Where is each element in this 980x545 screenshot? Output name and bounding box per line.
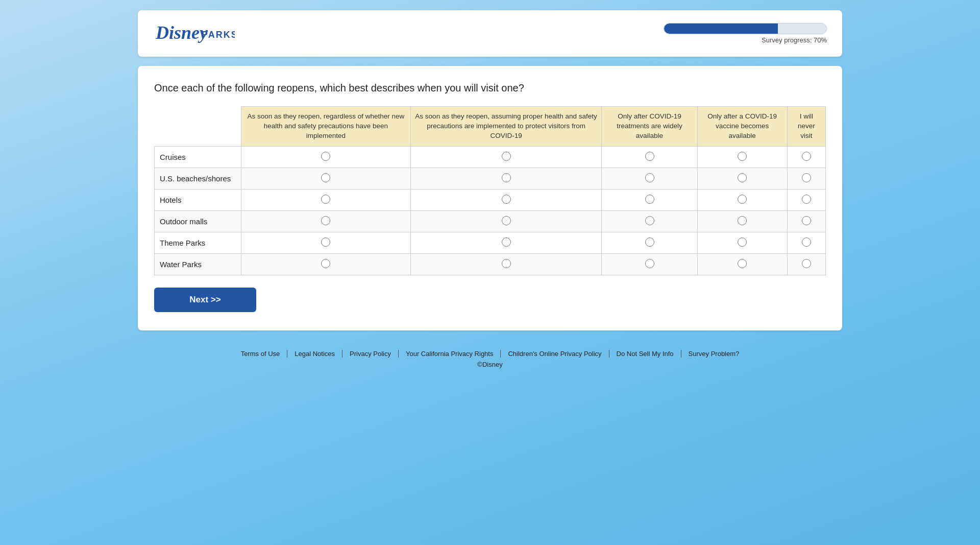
radio-beaches-asap-no[interactable] <box>321 173 330 182</box>
radio-cell[interactable] <box>241 189 411 210</box>
radio-cell[interactable] <box>602 210 697 232</box>
radio-beaches-treatments[interactable] <box>645 173 654 182</box>
radio-malls-vaccine[interactable] <box>738 216 747 225</box>
progress-label: Survey progress: 70% <box>762 36 827 44</box>
radio-hotels-vaccine[interactable] <box>738 195 747 204</box>
col-header-asap-with-precautions: As soon as they reopen, assuming proper … <box>410 107 602 147</box>
table-row: Water Parks <box>155 253 826 275</box>
radio-hotels-asap-no[interactable] <box>321 195 330 204</box>
question-text: Once each of the following reopens, whic… <box>154 82 826 94</box>
footer-links: Terms of Use Legal Notices Privacy Polic… <box>138 350 842 358</box>
footer-link-do-not-sell[interactable]: Do Not Sell My Info <box>609 350 681 358</box>
radio-cruises-never[interactable] <box>802 152 811 161</box>
footer-link-terms[interactable]: Terms of Use <box>234 350 288 358</box>
footer: Terms of Use Legal Notices Privacy Polic… <box>138 340 842 373</box>
radio-cell[interactable] <box>241 168 411 189</box>
col-header-after-vaccine: Only after a COVID-19 vaccine becomes av… <box>697 107 787 147</box>
empty-header <box>155 107 241 147</box>
radio-theme-asap-yes[interactable] <box>502 238 511 247</box>
radio-water-asap-no[interactable] <box>321 259 330 268</box>
table-header-row: As soon as they reopen, regardless of wh… <box>155 107 826 147</box>
radio-water-vaccine[interactable] <box>738 259 747 268</box>
next-button[interactable]: Next >> <box>154 288 256 312</box>
radio-malls-never[interactable] <box>802 216 811 225</box>
radio-cell[interactable] <box>410 146 602 168</box>
table-row: Outdoor malls <box>155 210 826 232</box>
radio-malls-asap-no[interactable] <box>321 216 330 225</box>
footer-link-childrens[interactable]: Children's Online Privacy Policy <box>501 350 609 358</box>
row-label-water-parks: Water Parks <box>155 253 241 275</box>
radio-cell[interactable] <box>241 210 411 232</box>
radio-cell[interactable] <box>787 210 825 232</box>
survey-table: As soon as they reopen, regardless of wh… <box>154 106 826 275</box>
radio-cruises-treatments[interactable] <box>645 152 654 161</box>
svg-text:Disney: Disney <box>155 22 208 43</box>
logo-svg: Disney PARKS <box>153 19 235 48</box>
svg-text:PARKS: PARKS <box>202 30 235 40</box>
radio-cell[interactable] <box>787 146 825 168</box>
radio-cell[interactable] <box>241 253 411 275</box>
radio-cell[interactable] <box>602 146 697 168</box>
radio-cell[interactable] <box>410 253 602 275</box>
radio-cell[interactable] <box>787 168 825 189</box>
radio-cell[interactable] <box>410 210 602 232</box>
row-label-beaches: U.S. beaches/shores <box>155 168 241 189</box>
radio-cell[interactable] <box>410 168 602 189</box>
radio-cell[interactable] <box>241 146 411 168</box>
radio-malls-treatments[interactable] <box>645 216 654 225</box>
radio-cruises-vaccine[interactable] <box>738 152 747 161</box>
radio-theme-never[interactable] <box>802 238 811 247</box>
row-label-cruises: Cruises <box>155 146 241 168</box>
radio-beaches-asap-yes[interactable] <box>502 173 511 182</box>
radio-hotels-treatments[interactable] <box>645 195 654 204</box>
radio-cell[interactable] <box>697 232 787 253</box>
radio-beaches-vaccine[interactable] <box>738 173 747 182</box>
radio-hotels-never[interactable] <box>802 195 811 204</box>
row-label-outdoor-malls: Outdoor malls <box>155 210 241 232</box>
radio-cell[interactable] <box>241 232 411 253</box>
radio-cell[interactable] <box>697 189 787 210</box>
footer-link-survey-problem[interactable]: Survey Problem? <box>681 350 747 358</box>
disney-parks-logo: Disney PARKS <box>153 19 235 48</box>
col-header-never: I will never visit <box>787 107 825 147</box>
footer-link-ca-privacy[interactable]: Your California Privacy Rights <box>399 350 501 358</box>
table-row: Cruises <box>155 146 826 168</box>
radio-cell[interactable] <box>787 253 825 275</box>
col-header-asap-no-precautions: As soon as they reopen, regardless of wh… <box>241 107 411 147</box>
progress-bar-track <box>664 23 827 34</box>
footer-copyright: ©Disney <box>138 361 842 368</box>
table-row: U.S. beaches/shores <box>155 168 826 189</box>
radio-cell[interactable] <box>602 232 697 253</box>
progress-bar-fill <box>664 23 778 34</box>
progress-section: Survey progress: 70% <box>664 23 827 44</box>
radio-theme-vaccine[interactable] <box>738 238 747 247</box>
footer-link-legal[interactable]: Legal Notices <box>287 350 342 358</box>
table-row: Hotels <box>155 189 826 210</box>
radio-cell[interactable] <box>410 189 602 210</box>
radio-water-asap-yes[interactable] <box>502 259 511 268</box>
radio-cruises-asap-yes[interactable] <box>502 152 511 161</box>
row-label-hotels: Hotels <box>155 189 241 210</box>
radio-theme-treatments[interactable] <box>645 238 654 247</box>
radio-cell[interactable] <box>602 253 697 275</box>
radio-cell[interactable] <box>602 168 697 189</box>
radio-cell[interactable] <box>787 189 825 210</box>
radio-cell[interactable] <box>697 210 787 232</box>
radio-theme-asap-no[interactable] <box>321 238 330 247</box>
radio-water-treatments[interactable] <box>645 259 654 268</box>
radio-cell[interactable] <box>697 146 787 168</box>
radio-cell[interactable] <box>697 168 787 189</box>
radio-cell[interactable] <box>602 189 697 210</box>
footer-link-privacy[interactable]: Privacy Policy <box>342 350 399 358</box>
radio-beaches-never[interactable] <box>802 173 811 182</box>
radio-cell[interactable] <box>697 253 787 275</box>
radio-water-never[interactable] <box>802 259 811 268</box>
radio-cell[interactable] <box>410 232 602 253</box>
table-row: Theme Parks <box>155 232 826 253</box>
radio-malls-asap-yes[interactable] <box>502 216 511 225</box>
survey-card: Once each of the following reopens, whic… <box>138 66 842 330</box>
header: Disney PARKS Survey progress: 70% <box>138 10 842 57</box>
radio-cruises-asap-no[interactable] <box>321 152 330 161</box>
radio-hotels-asap-yes[interactable] <box>502 195 511 204</box>
radio-cell[interactable] <box>787 232 825 253</box>
